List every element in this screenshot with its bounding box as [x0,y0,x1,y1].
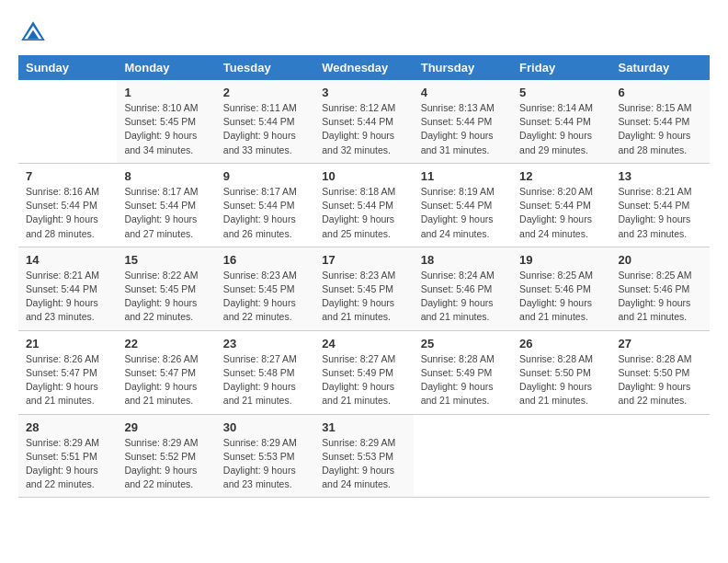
calendar-cell [512,414,610,498]
day-number: 22 [124,337,208,350]
calendar-cell: 11Sunrise: 8:19 AM Sunset: 5:44 PM Dayli… [414,163,512,247]
header-day-friday: Friday [512,55,610,80]
day-info: Sunrise: 8:19 AM Sunset: 5:44 PM Dayligh… [421,185,505,241]
calendar-cell: 2Sunrise: 8:11 AM Sunset: 5:44 PM Daylig… [216,80,314,163]
header-day-sunday: Sunday [18,55,117,80]
logo-icon [18,18,48,48]
day-info: Sunrise: 8:28 AM Sunset: 5:50 PM Dayligh… [519,352,603,408]
day-number: 24 [322,337,405,350]
calendar-cell: 18Sunrise: 8:24 AM Sunset: 5:46 PM Dayli… [414,247,512,330]
calendar-cell [414,414,512,498]
day-number: 26 [519,337,603,350]
day-info: Sunrise: 8:23 AM Sunset: 5:45 PM Dayligh… [223,269,307,325]
calendar-table: SundayMondayTuesdayWednesdayThursdayFrid… [18,55,710,498]
calendar-cell: 31Sunrise: 8:29 AM Sunset: 5:53 PM Dayli… [314,414,413,498]
day-info: Sunrise: 8:28 AM Sunset: 5:50 PM Dayligh… [619,352,702,408]
day-info: Sunrise: 8:29 AM Sunset: 5:53 PM Dayligh… [322,436,405,492]
calendar-cell: 14Sunrise: 8:21 AM Sunset: 5:44 PM Dayli… [18,247,117,330]
calendar-cell: 8Sunrise: 8:17 AM Sunset: 5:44 PM Daylig… [117,163,215,247]
day-info: Sunrise: 8:17 AM Sunset: 5:44 PM Dayligh… [223,185,307,241]
calendar-cell: 27Sunrise: 8:28 AM Sunset: 5:50 PM Dayli… [611,330,710,414]
calendar-cell: 1Sunrise: 8:10 AM Sunset: 5:45 PM Daylig… [117,80,215,163]
day-number: 17 [322,253,405,267]
day-info: Sunrise: 8:20 AM Sunset: 5:44 PM Dayligh… [519,185,603,241]
calendar-cell: 4Sunrise: 8:13 AM Sunset: 5:44 PM Daylig… [414,80,512,163]
day-info: Sunrise: 8:15 AM Sunset: 5:44 PM Dayligh… [619,101,702,157]
calendar-cell: 13Sunrise: 8:21 AM Sunset: 5:44 PM Dayli… [611,163,710,247]
calendar-cell: 17Sunrise: 8:23 AM Sunset: 5:45 PM Dayli… [314,247,413,330]
logo [18,18,51,48]
day-info: Sunrise: 8:10 AM Sunset: 5:45 PM Dayligh… [124,101,208,157]
day-number: 8 [124,169,208,183]
day-number: 27 [619,337,702,350]
header-day-saturday: Saturday [611,55,710,80]
calendar-week-4: 28Sunrise: 8:29 AM Sunset: 5:51 PM Dayli… [18,414,710,498]
calendar-cell: 7Sunrise: 8:16 AM Sunset: 5:44 PM Daylig… [18,163,117,247]
calendar-cell: 16Sunrise: 8:23 AM Sunset: 5:45 PM Dayli… [216,247,314,330]
day-info: Sunrise: 8:18 AM Sunset: 5:44 PM Dayligh… [322,185,405,241]
day-number: 21 [26,337,109,350]
day-info: Sunrise: 8:29 AM Sunset: 5:51 PM Dayligh… [26,436,109,492]
day-number: 28 [26,420,109,434]
day-number: 14 [26,253,109,267]
day-number: 10 [322,169,405,183]
day-number: 11 [421,169,505,183]
day-info: Sunrise: 8:21 AM Sunset: 5:44 PM Dayligh… [26,269,109,325]
day-number: 2 [223,86,307,99]
calendar-cell: 10Sunrise: 8:18 AM Sunset: 5:44 PM Dayli… [314,163,413,247]
calendar-cell: 28Sunrise: 8:29 AM Sunset: 5:51 PM Dayli… [18,414,117,498]
day-number: 13 [619,169,702,183]
calendar-cell: 5Sunrise: 8:14 AM Sunset: 5:44 PM Daylig… [512,80,610,163]
day-number: 4 [421,86,505,99]
day-info: Sunrise: 8:17 AM Sunset: 5:44 PM Dayligh… [124,185,208,241]
calendar-cell: 3Sunrise: 8:12 AM Sunset: 5:44 PM Daylig… [314,80,413,163]
calendar-cell: 12Sunrise: 8:20 AM Sunset: 5:44 PM Dayli… [512,163,610,247]
day-info: Sunrise: 8:27 AM Sunset: 5:48 PM Dayligh… [223,352,307,408]
calendar-cell: 25Sunrise: 8:28 AM Sunset: 5:49 PM Dayli… [414,330,512,414]
calendar-cell: 23Sunrise: 8:27 AM Sunset: 5:48 PM Dayli… [216,330,314,414]
header-day-tuesday: Tuesday [216,55,314,80]
calendar-week-1: 7Sunrise: 8:16 AM Sunset: 5:44 PM Daylig… [18,163,710,247]
calendar-cell: 6Sunrise: 8:15 AM Sunset: 5:44 PM Daylig… [611,80,710,163]
day-info: Sunrise: 8:21 AM Sunset: 5:44 PM Dayligh… [619,185,702,241]
day-number: 5 [519,86,603,99]
calendar-cell: 21Sunrise: 8:26 AM Sunset: 5:47 PM Dayli… [18,330,117,414]
day-number: 1 [124,86,208,99]
page-header [18,18,710,48]
calendar-cell: 9Sunrise: 8:17 AM Sunset: 5:44 PM Daylig… [216,163,314,247]
header-day-monday: Monday [117,55,215,80]
day-number: 6 [619,86,702,99]
calendar-cell: 30Sunrise: 8:29 AM Sunset: 5:53 PM Dayli… [216,414,314,498]
day-number: 12 [519,169,603,183]
day-info: Sunrise: 8:12 AM Sunset: 5:44 PM Dayligh… [322,101,405,157]
day-number: 9 [223,169,307,183]
day-number: 18 [421,253,505,267]
header-day-wednesday: Wednesday [314,55,413,80]
day-info: Sunrise: 8:13 AM Sunset: 5:44 PM Dayligh… [421,101,505,157]
day-info: Sunrise: 8:25 AM Sunset: 5:46 PM Dayligh… [519,269,603,325]
day-info: Sunrise: 8:26 AM Sunset: 5:47 PM Dayligh… [26,352,109,408]
calendar-header-row: SundayMondayTuesdayWednesdayThursdayFrid… [18,55,710,80]
day-info: Sunrise: 8:23 AM Sunset: 5:45 PM Dayligh… [322,269,405,325]
calendar-cell [18,80,117,163]
day-info: Sunrise: 8:27 AM Sunset: 5:49 PM Dayligh… [322,352,405,408]
day-number: 16 [223,253,307,267]
calendar-cell: 29Sunrise: 8:29 AM Sunset: 5:52 PM Dayli… [117,414,215,498]
day-info: Sunrise: 8:24 AM Sunset: 5:46 PM Dayligh… [421,269,505,325]
header-day-thursday: Thursday [414,55,512,80]
day-number: 30 [223,420,307,434]
day-info: Sunrise: 8:26 AM Sunset: 5:47 PM Dayligh… [124,352,208,408]
calendar-cell: 20Sunrise: 8:25 AM Sunset: 5:46 PM Dayli… [611,247,710,330]
day-number: 25 [421,337,505,350]
day-info: Sunrise: 8:16 AM Sunset: 5:44 PM Dayligh… [26,185,109,241]
day-number: 19 [519,253,603,267]
calendar-cell [611,414,710,498]
day-number: 31 [322,420,405,434]
day-number: 23 [223,337,307,350]
calendar-week-2: 14Sunrise: 8:21 AM Sunset: 5:44 PM Dayli… [18,247,710,330]
day-info: Sunrise: 8:28 AM Sunset: 5:49 PM Dayligh… [421,352,505,408]
day-number: 3 [322,86,405,99]
day-info: Sunrise: 8:14 AM Sunset: 5:44 PM Dayligh… [519,101,603,157]
day-number: 20 [619,253,702,267]
calendar-cell: 22Sunrise: 8:26 AM Sunset: 5:47 PM Dayli… [117,330,215,414]
